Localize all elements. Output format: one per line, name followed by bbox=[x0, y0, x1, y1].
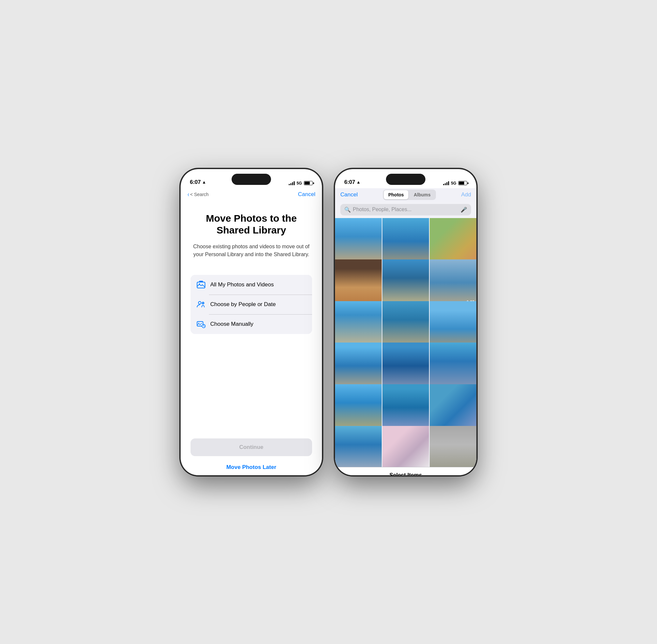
svg-point-5 bbox=[203, 302, 204, 303]
option-all-photos-label: All My Photos and Videos bbox=[210, 281, 274, 288]
back-chevron-1: ‹ bbox=[187, 190, 189, 198]
dynamic-island-1 bbox=[232, 174, 271, 185]
photo-cell-1[interactable] bbox=[335, 218, 382, 265]
add-button[interactable]: Add bbox=[461, 191, 471, 198]
picker-nav: Cancel Photos Albums Add bbox=[335, 188, 476, 202]
photos-icon bbox=[197, 280, 206, 289]
phone-2: 6:07 ▲ 5G bbox=[335, 169, 476, 475]
search-placeholder: Photos, People, Places... bbox=[353, 207, 459, 212]
options-group: All My Photos and Videos bbox=[190, 275, 312, 334]
dynamic-island-2 bbox=[386, 174, 425, 185]
network-type-1: 5G bbox=[297, 181, 302, 186]
photo-cell-5[interactable] bbox=[382, 259, 429, 306]
photo-cell-8[interactable] bbox=[382, 301, 429, 348]
photo-cell-16[interactable] bbox=[335, 426, 382, 467]
svg-point-3 bbox=[198, 301, 201, 304]
photo-cell-18[interactable] bbox=[430, 426, 476, 467]
page-subtitle-1: Choose existing photos and videos to mov… bbox=[190, 243, 312, 258]
photo-cell-6[interactable]: 0:27 bbox=[430, 259, 476, 306]
location-icon-1: ▲ bbox=[202, 180, 206, 185]
continue-button[interactable]: Continue bbox=[190, 438, 312, 456]
tab-photos[interactable]: Photos bbox=[384, 190, 408, 199]
search-icon: 🔍 bbox=[344, 207, 351, 213]
scene: 6:07 ▲ 5G bbox=[181, 169, 476, 475]
photo-grid: 0:27 bbox=[335, 218, 476, 467]
option-manually[interactable]: Choose Manually bbox=[190, 314, 312, 334]
search-bar[interactable]: 🔍 Photos, People, Places... 🎤 bbox=[340, 204, 471, 215]
photo-cell-17[interactable] bbox=[382, 426, 429, 467]
signal-bars-1 bbox=[289, 181, 295, 185]
time-1: 6:07 bbox=[190, 179, 201, 186]
battery-1 bbox=[304, 181, 313, 185]
cancel-button-1[interactable]: Cancel bbox=[298, 191, 315, 198]
phone-1: 6:07 ▲ 5G bbox=[181, 169, 322, 475]
option-people-date[interactable]: Choose by People or Date bbox=[190, 295, 312, 314]
nav-bar-1: ‹ < Search Cancel bbox=[181, 188, 322, 203]
people-icon bbox=[197, 300, 206, 309]
photo-cell-3[interactable] bbox=[430, 218, 476, 265]
option-people-date-label: Choose by People or Date bbox=[210, 301, 276, 308]
move-later-button[interactable]: Move Photos Later bbox=[190, 461, 312, 473]
option-manually-label: Choose Manually bbox=[210, 321, 253, 327]
photo-cell-10[interactable] bbox=[335, 343, 382, 389]
picker-cancel-button[interactable]: Cancel bbox=[340, 191, 358, 198]
mic-icon[interactable]: 🎤 bbox=[460, 207, 467, 213]
network-type-2: 5G bbox=[451, 181, 456, 186]
select-items-bar: Select Items bbox=[335, 467, 476, 475]
location-icon-2: ▲ bbox=[357, 180, 361, 185]
photo-cell-14[interactable] bbox=[382, 384, 429, 431]
page-title-1: Move Photos to the Shared Library bbox=[190, 212, 312, 236]
svg-point-8 bbox=[198, 322, 199, 323]
tab-segment: Photos Albums bbox=[383, 189, 436, 200]
svg-rect-2 bbox=[199, 281, 203, 282]
photo-cell-2[interactable] bbox=[382, 218, 429, 265]
tab-albums[interactable]: Albums bbox=[409, 190, 435, 199]
option-all-photos[interactable]: All My Photos and Videos bbox=[190, 275, 312, 295]
battery-2 bbox=[458, 181, 467, 185]
select-items-label: Select Items bbox=[389, 472, 422, 475]
back-label-1: < Search bbox=[190, 192, 209, 197]
photo-cell-9[interactable] bbox=[430, 301, 476, 348]
photo-cell-12[interactable] bbox=[430, 343, 476, 389]
photo-cell-7[interactable] bbox=[335, 301, 382, 348]
manual-icon bbox=[197, 320, 206, 329]
photo-cell-4[interactable] bbox=[335, 259, 382, 306]
back-button-1[interactable]: ‹ < Search bbox=[187, 190, 209, 198]
time-2: 6:07 bbox=[344, 179, 355, 186]
photo-cell-15[interactable] bbox=[430, 384, 476, 431]
photo-cell-11[interactable] bbox=[382, 343, 429, 389]
photo-cell-13[interactable] bbox=[335, 384, 382, 431]
signal-bars-2 bbox=[443, 181, 449, 185]
